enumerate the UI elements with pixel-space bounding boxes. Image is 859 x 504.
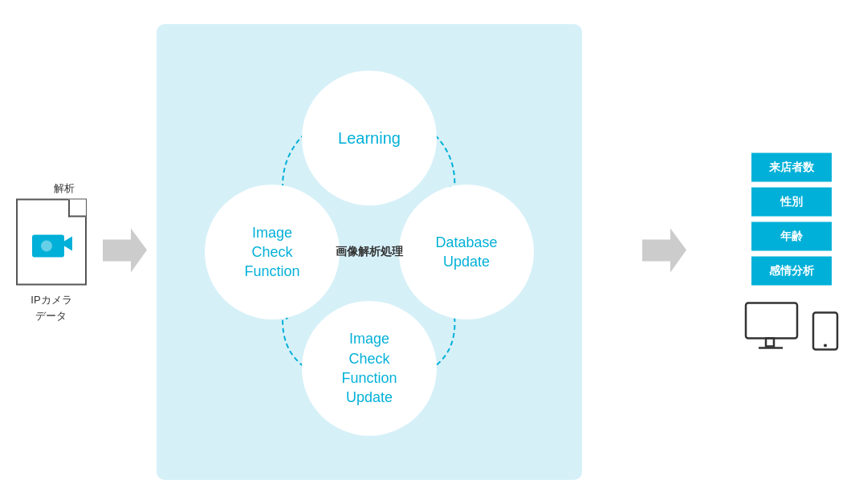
circle-image-check-label: ImageCheckFunction — [244, 223, 299, 282]
doc-corner — [68, 200, 86, 217]
monitor-icon — [744, 302, 807, 352]
center-label: 画像解析処理 — [336, 245, 403, 259]
circle-image-check: ImageCheckFunction — [205, 185, 340, 319]
circle-database: DatabaseUpdate — [399, 185, 534, 319]
svg-point-2 — [41, 240, 52, 251]
svg-marker-4 — [642, 229, 686, 273]
camera-label: IPカメラデータ — [31, 292, 71, 323]
right-arrow-icon — [642, 229, 686, 273]
tablet-icon — [812, 311, 839, 352]
right-section: 来店者数 性別 年齢 感情分析 — [744, 153, 839, 352]
right-arrow — [642, 229, 686, 276]
left-arrow-icon — [103, 229, 147, 273]
camera-icon — [31, 228, 72, 258]
analysis-label: 解析 — [54, 181, 75, 196]
svg-marker-1 — [64, 236, 72, 250]
svg-rect-6 — [766, 339, 774, 347]
circle-image-check-update-label: ImageCheckFunctionUpdate — [341, 329, 397, 407]
center-box: Learning ImageCheckFunction DatabaseUpda… — [157, 24, 582, 480]
circle-database-label: DatabaseUpdate — [435, 233, 497, 272]
svg-point-9 — [824, 344, 827, 348]
left-section: 解析 IPカメラデータ — [16, 181, 87, 323]
camera-document — [16, 199, 87, 286]
tag-visitors: 来店者数 — [751, 153, 832, 182]
circle-learning-label: Learning — [338, 129, 401, 148]
device-icons — [744, 302, 839, 352]
circle-learning: Learning — [302, 71, 437, 205]
tag-emotion: 感情分析 — [751, 257, 832, 286]
left-arrow — [103, 229, 147, 276]
tag-gender: 性別 — [751, 188, 832, 217]
tag-age: 年齢 — [751, 222, 832, 251]
svg-rect-5 — [746, 303, 797, 339]
svg-marker-3 — [103, 229, 147, 273]
circle-image-check-update: ImageCheckFunctionUpdate — [302, 301, 437, 436]
tags-container: 来店者数 性別 年齢 感情分析 — [751, 153, 832, 286]
main-container: 解析 IPカメラデータ — [0, 0, 859, 504]
